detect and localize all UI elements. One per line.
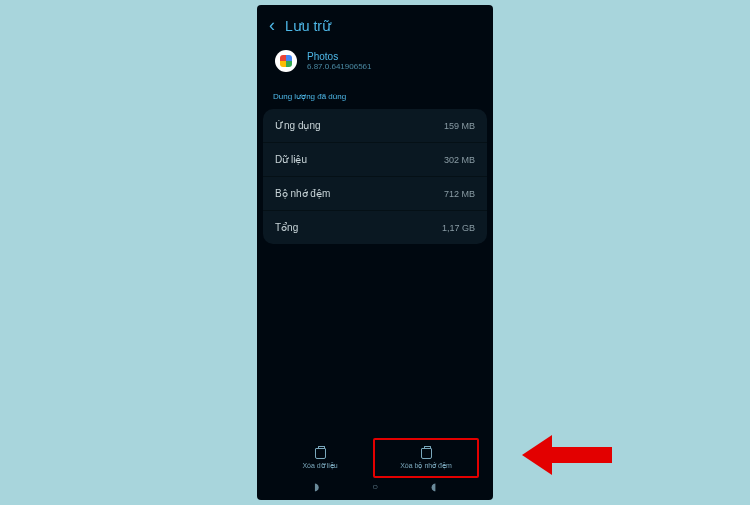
- bottom-actions: Xóa dữ liệu Xóa bộ nhớ đệm: [257, 442, 493, 474]
- storage-label: Tổng: [275, 222, 298, 233]
- clear-data-button[interactable]: Xóa dữ liệu: [269, 442, 371, 474]
- action-label: Xóa dữ liệu: [302, 462, 337, 470]
- page-title: Lưu trữ: [285, 18, 331, 34]
- trash-icon: [315, 448, 326, 459]
- storage-row-cache[interactable]: Bộ nhớ đệm 712 MB: [263, 177, 487, 211]
- phone-screen: ‹ Lưu trữ Photos 6.87.0.641906561 Dung l…: [257, 5, 493, 500]
- storage-row-data[interactable]: Dữ liệu 302 MB: [263, 143, 487, 177]
- app-version: 6.87.0.641906561: [307, 62, 372, 71]
- storage-value: 712 MB: [444, 189, 475, 199]
- nav-back-icon[interactable]: ◖: [431, 481, 436, 492]
- nav-bar: ◗ ○ ◖: [257, 477, 493, 496]
- storage-label: Ứng dụng: [275, 120, 321, 131]
- storage-value: 159 MB: [444, 121, 475, 131]
- annotation-arrow: [522, 435, 622, 475]
- storage-value: 302 MB: [444, 155, 475, 165]
- nav-recent-icon[interactable]: ◗: [314, 481, 319, 492]
- storage-label: Dữ liệu: [275, 154, 307, 165]
- photos-app-icon: [275, 50, 297, 72]
- clear-cache-button[interactable]: Xóa bộ nhớ đệm: [373, 438, 479, 478]
- nav-home-icon[interactable]: ○: [372, 481, 378, 492]
- app-details: Photos 6.87.0.641906561: [307, 51, 372, 71]
- section-title: Dung lượng đã dùng: [257, 86, 493, 109]
- app-name: Photos: [307, 51, 372, 62]
- storage-row-total[interactable]: Tổng 1,17 GB: [263, 211, 487, 244]
- storage-value: 1,17 GB: [442, 223, 475, 233]
- trash-icon: [421, 448, 432, 459]
- storage-label: Bộ nhớ đệm: [275, 188, 330, 199]
- storage-list: Ứng dụng 159 MB Dữ liệu 302 MB Bộ nhớ đệ…: [263, 109, 487, 244]
- back-icon[interactable]: ‹: [269, 15, 275, 36]
- app-info-section: Photos 6.87.0.641906561: [257, 42, 493, 86]
- action-label: Xóa bộ nhớ đệm: [400, 462, 452, 470]
- header: ‹ Lưu trữ: [257, 5, 493, 42]
- storage-row-app[interactable]: Ứng dụng 159 MB: [263, 109, 487, 143]
